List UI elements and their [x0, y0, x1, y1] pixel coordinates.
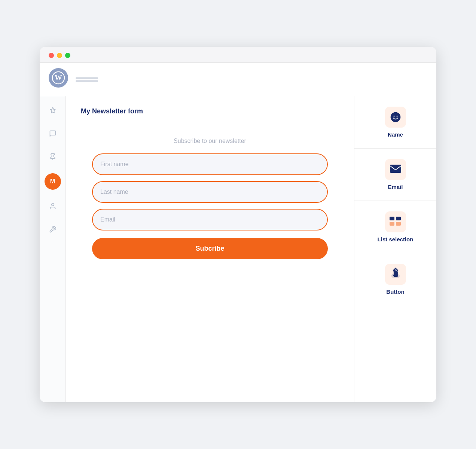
panel-item-name[interactable]: Name [354, 96, 436, 149]
right-panel: Name Email [354, 96, 436, 402]
svg-rect-10 [390, 222, 394, 226]
menu-line-2 [76, 80, 98, 82]
m-avatar-label: M [50, 178, 55, 185]
window-controls [49, 53, 70, 58]
form-content-area: My Newsletter form Subscribe to our news… [66, 96, 354, 402]
comment-icon[interactable] [46, 127, 59, 140]
minimize-dot[interactable] [57, 53, 62, 58]
browser-window: W [40, 47, 436, 402]
app-header: W [40, 63, 436, 96]
svg-point-3 [51, 204, 54, 206]
browser-chrome [40, 47, 436, 63]
name-icon-container [385, 107, 406, 128]
touch-icon [390, 268, 402, 281]
svg-rect-7 [390, 165, 401, 173]
list-icon-container [385, 211, 406, 232]
pin-icon[interactable] [46, 104, 59, 117]
panel-item-email[interactable]: Email [354, 149, 436, 201]
svg-point-5 [393, 116, 394, 117]
menu-line-1 [76, 77, 98, 79]
left-nav: M [40, 96, 66, 402]
svg-rect-8 [390, 217, 394, 220]
form-container: Subscribe to our newsletter Subcribe [81, 126, 339, 391]
panel-list-selection-label: List selection [378, 236, 414, 242]
form-subtitle: Subscribe to our newsletter [92, 138, 328, 144]
last-name-input[interactable] [92, 181, 328, 203]
svg-point-6 [396, 116, 397, 117]
thumbtack-icon[interactable] [46, 150, 59, 164]
svg-rect-11 [396, 222, 401, 226]
svg-rect-9 [396, 217, 401, 220]
m-avatar[interactable]: M [45, 173, 61, 190]
maximize-dot[interactable] [65, 53, 70, 58]
first-name-input[interactable] [92, 153, 328, 175]
smile-icon [390, 111, 402, 123]
form-title: My Newsletter form [81, 107, 339, 115]
wordpress-logo: W [49, 68, 68, 88]
svg-point-4 [390, 112, 400, 122]
email-icon [390, 164, 402, 175]
subscribe-button[interactable]: Subcribe [92, 238, 328, 259]
wrench-icon[interactable] [46, 223, 59, 236]
user-icon[interactable] [46, 199, 59, 213]
panel-item-list-selection[interactable]: List selection [354, 201, 436, 253]
svg-text:W: W [55, 73, 62, 82]
email-input[interactable] [92, 209, 328, 230]
email-icon-container [385, 159, 406, 180]
touch-icon-container [385, 264, 406, 285]
panel-name-label: Name [388, 131, 403, 138]
close-dot[interactable] [49, 53, 54, 58]
list-icon [389, 216, 402, 228]
panel-email-label: Email [388, 184, 403, 190]
panel-item-button[interactable]: Button [354, 253, 436, 305]
main-layout: M My Newsletter form Subscribe to our ne… [40, 96, 436, 402]
menu-lines-container [76, 77, 98, 82]
panel-button-label: Button [386, 288, 404, 295]
